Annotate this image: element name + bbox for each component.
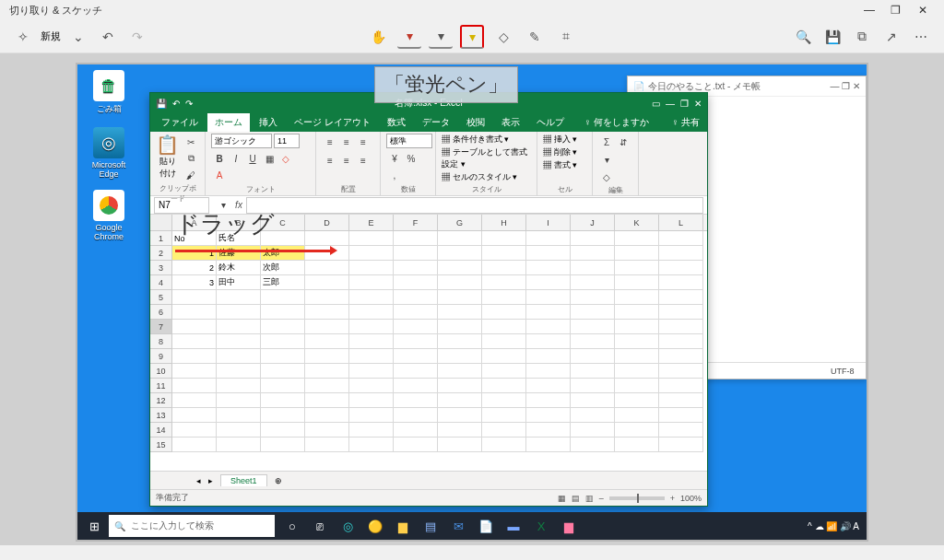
currency-icon[interactable]: ¥ — [386, 150, 403, 167]
cell[interactable] — [394, 305, 438, 320]
cell[interactable] — [217, 379, 261, 393]
cell[interactable] — [261, 349, 305, 364]
border-icon[interactable]: ▦ — [261, 150, 277, 167]
cell[interactable] — [659, 275, 703, 290]
cell[interactable] — [217, 305, 261, 320]
cell[interactable] — [526, 275, 571, 290]
cell[interactable] — [659, 408, 703, 423]
cell[interactable] — [438, 408, 482, 423]
sheet-tab-1[interactable]: Sheet1 — [220, 474, 267, 486]
font-name-box[interactable]: 游ゴシック — [211, 134, 272, 148]
delete-cells-button[interactable]: ▦ 削除 ▾ — [543, 146, 577, 158]
cell[interactable] — [261, 393, 305, 408]
row-header[interactable]: 2 — [150, 246, 172, 261]
cell[interactable] — [526, 290, 571, 305]
underline-button[interactable]: U — [244, 150, 261, 167]
notepad-window-controls[interactable]: — ❐ ✕ — [830, 81, 860, 91]
cell[interactable] — [482, 305, 526, 320]
cell[interactable] — [349, 290, 394, 305]
row-header[interactable]: 10 — [150, 364, 172, 379]
cell[interactable] — [526, 379, 571, 393]
excel-undo-icon[interactable]: ↶ — [172, 99, 180, 109]
cell[interactable]: 2 — [172, 261, 217, 275]
share-icon[interactable]: ↗ — [879, 25, 903, 49]
share-button[interactable]: ♀ 共有 — [665, 113, 707, 132]
table-format-button[interactable]: ▦ テーブルとして書式設定 ▾ — [442, 146, 531, 170]
cell[interactable] — [571, 334, 615, 349]
cell[interactable] — [526, 408, 571, 423]
cell[interactable] — [659, 231, 703, 246]
redo-icon[interactable]: ↷ — [125, 25, 149, 49]
cell[interactable] — [394, 393, 438, 408]
cell[interactable] — [659, 364, 703, 379]
cell[interactable] — [571, 320, 615, 334]
clear-icon[interactable]: ◇ — [598, 169, 615, 185]
close-button[interactable]: ✕ — [911, 4, 935, 17]
col-E[interactable]: E — [349, 215, 394, 230]
cell[interactable] — [438, 393, 482, 408]
cell[interactable] — [349, 408, 394, 423]
cell[interactable] — [394, 364, 438, 379]
cell[interactable]: 佐藤 — [217, 246, 261, 261]
cell[interactable] — [394, 379, 438, 393]
cell[interactable] — [305, 320, 349, 334]
cell[interactable] — [438, 438, 482, 452]
excel-window[interactable]: 💾 ↶ ↷ 名簿.xlsx - Excel ▭ — ❐ ✕ ファイル ホーム 挿… — [149, 92, 708, 507]
cell[interactable] — [571, 349, 615, 364]
tab-formulas[interactable]: 数式 — [380, 113, 413, 132]
col-K[interactable]: K — [615, 215, 659, 230]
cell[interactable] — [482, 379, 526, 393]
cell[interactable]: 太郎 — [261, 246, 305, 261]
sheet-grid[interactable]: A B C D E F G H I J K L 1No氏名21佐藤太郎32鈴木次… — [150, 215, 707, 471]
cell[interactable]: 田中 — [217, 275, 261, 290]
copy-icon[interactable]: ⧉ — [850, 25, 874, 49]
cell[interactable] — [571, 364, 615, 379]
cell[interactable] — [571, 379, 615, 393]
more-icon[interactable]: ⋯ — [909, 25, 933, 49]
sheet-nav-prev-icon[interactable]: ◂ — [196, 476, 201, 485]
cell[interactable] — [571, 246, 615, 261]
cell[interactable] — [172, 438, 217, 452]
cell[interactable] — [349, 379, 394, 393]
cell[interactable] — [172, 379, 217, 393]
cell[interactable] — [349, 438, 394, 452]
cell[interactable] — [615, 364, 659, 379]
cell[interactable] — [571, 231, 615, 246]
cell[interactable] — [659, 379, 703, 393]
cell[interactable] — [305, 246, 349, 261]
italic-button[interactable]: I — [228, 150, 244, 167]
row-header[interactable]: 8 — [150, 334, 172, 349]
cell[interactable]: 次郎 — [261, 261, 305, 275]
cell[interactable] — [526, 423, 571, 438]
cell[interactable] — [571, 438, 615, 452]
cell[interactable] — [394, 231, 438, 246]
cell[interactable] — [526, 438, 571, 452]
cell[interactable] — [261, 364, 305, 379]
cell[interactable] — [394, 290, 438, 305]
cell[interactable] — [659, 261, 703, 275]
cell[interactable] — [659, 246, 703, 261]
excel-pin-icon[interactable]: X — [529, 514, 553, 538]
tab-layout[interactable]: ページ レイアウト — [287, 113, 378, 132]
view-layout-icon[interactable]: ▤ — [572, 494, 580, 503]
cell[interactable] — [482, 320, 526, 334]
align-center-icon[interactable]: ≡ — [338, 152, 355, 169]
desktop-icon-edge[interactable]: ◎ Microsoft Edge — [83, 127, 135, 179]
cell[interactable] — [349, 231, 394, 246]
tab-file[interactable]: ファイル — [154, 113, 206, 132]
cell[interactable] — [394, 275, 438, 290]
new-icon[interactable]: ✧ — [11, 25, 35, 49]
col-D[interactable]: D — [305, 215, 349, 230]
cell[interactable] — [526, 246, 571, 261]
cell[interactable] — [438, 334, 482, 349]
cell[interactable] — [438, 246, 482, 261]
pen-black-icon[interactable]: ▾ — [429, 25, 453, 49]
cell[interactable] — [305, 423, 349, 438]
minimize-button[interactable]: — — [857, 4, 881, 17]
format-cells-button[interactable]: ▦ 書式 ▾ — [543, 159, 577, 171]
chrome-pin-icon[interactable]: 🟡 — [363, 514, 387, 538]
cell[interactable] — [615, 305, 659, 320]
cell[interactable] — [482, 408, 526, 423]
percent-icon[interactable]: % — [403, 150, 419, 167]
cell[interactable] — [394, 320, 438, 334]
